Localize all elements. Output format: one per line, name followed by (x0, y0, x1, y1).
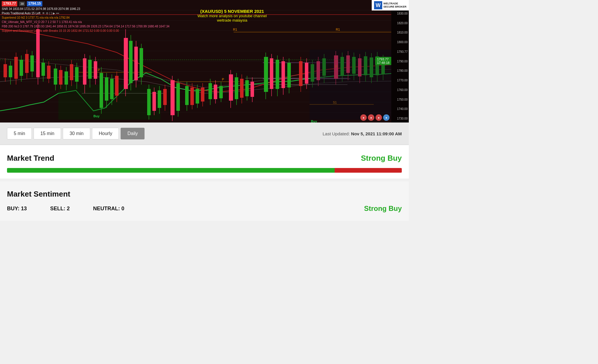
svg-rect-100 (229, 74, 233, 101)
trend-bar-green (7, 168, 335, 173)
cm-row: CM_Ultimate_MA_MTF_V2 D 20 7 1 2 50 7 1 … (2, 20, 407, 24)
svg-rect-92 (201, 88, 204, 102)
market-sentiment-section: Market Sentiment BUY: 13 SELL: 2 NEUTRAL… (0, 181, 409, 221)
snr-row: SNR 34 1833.84 1721.52 2074.98 1676.69 2… (2, 7, 407, 11)
svg-rect-56 (94, 61, 97, 79)
market-trend-title: Market Trend (7, 154, 54, 163)
tab-5min[interactable]: 5 min (7, 128, 32, 139)
price-badge-num: 38 (19, 1, 25, 6)
svg-rect-106 (245, 80, 249, 96)
svg-rect-40 (47, 66, 51, 79)
weltrade-logo-icon: W (374, 1, 382, 9)
chart-section: W WELTRADE SECURE BROKER (XAU/USD) 5 NOV… (0, 0, 409, 123)
svg-rect-76 (152, 92, 156, 111)
sentiment-buy: BUY: 13 (7, 206, 27, 212)
pivots-indicator: Pivots Traditional Auto 15 Left (2, 11, 40, 15)
svg-rect-104 (240, 79, 244, 98)
svg-rect-98 (219, 86, 223, 98)
svg-rect-88 (190, 88, 194, 105)
icon-btn-3[interactable]: ● (376, 114, 382, 121)
svg-rect-68 (129, 41, 133, 83)
svg-rect-66 (124, 38, 128, 89)
svg-text:P: P (222, 78, 224, 81)
svg-rect-82 (171, 80, 175, 115)
svg-rect-118 (287, 63, 291, 88)
svg-rect-48 (70, 64, 73, 80)
sentiment-title: Market Sentiment (7, 190, 402, 199)
weltrade-logo: W WELTRADE SECURE BROKER (372, 0, 409, 10)
svg-rect-70 (134, 47, 138, 80)
svg-rect-46 (65, 71, 68, 85)
svg-rect-114 (276, 60, 279, 89)
chart-indicators: 1793.77 38 1794.15 SNR 34 1833.84 1721.5… (0, 0, 409, 34)
sentiment-sell: SELL: 2 (50, 206, 70, 212)
price-row-top: 1793.77 38 1794.15 (2, 1, 407, 6)
pivots-row: Pivots Traditional Auto 15 Left 👁 ⚙ { } … (2, 11, 407, 15)
icon-btn-1[interactable]: ● (360, 114, 367, 121)
tab-30min[interactable]: 30 min (63, 128, 90, 139)
svg-rect-36 (36, 29, 40, 77)
svg-rect-54 (88, 60, 92, 79)
last-updated-value: Nov 5, 2021 11:09:00 AM (351, 131, 402, 136)
svg-text:P: P (98, 68, 100, 72)
current-price-badge-red: 1793.77 (2, 1, 17, 6)
svg-rect-64 (115, 76, 119, 96)
current-price-badge-blue: 1794.15 (27, 1, 42, 6)
chart-bottom-icons: ● ● ● ● (360, 114, 390, 121)
timeframe-tabs: 5 min 15 min 30 min Hourly Daily (7, 128, 145, 139)
svg-text:Buy: Buy (311, 120, 317, 123)
svg-rect-122 (305, 63, 308, 84)
svg-rect-94 (208, 83, 212, 99)
market-trend-section: Market Trend Strong Buy (0, 145, 409, 178)
svg-rect-86 (185, 86, 189, 105)
svg-rect-28 (14, 57, 18, 79)
svg-rect-108 (251, 82, 254, 97)
svg-rect-58 (100, 73, 103, 108)
svg-rect-110 (264, 57, 268, 92)
svg-rect-30 (20, 60, 23, 76)
svg-rect-34 (30, 55, 34, 71)
svg-rect-60 (105, 77, 108, 101)
cm-indicator: CM_Ultimate_MA_MTF_V2 D 20 7 1 2 50 7 1 … (2, 20, 82, 24)
sentiment-neutral: NEUTRAL: 0 (93, 206, 124, 212)
svg-rect-26 (9, 66, 12, 77)
sr-row: Support and Resistance Levels with Break… (2, 29, 407, 33)
chart-current-price: 1793.77 17:48:18 (375, 57, 391, 65)
fbb-indicator: FBB 200 hlc3 3 1787.79 1820.93 1841.44 1… (2, 24, 169, 28)
market-trend-header: Market Trend Strong Buy (7, 154, 402, 163)
svg-rect-80 (163, 89, 167, 105)
market-trend-signal: Strong Buy (361, 154, 402, 163)
svg-rect-38 (41, 63, 45, 76)
svg-rect-32 (25, 54, 29, 73)
svg-text:Buy: Buy (93, 114, 100, 118)
tab-15min[interactable]: 15 min (34, 128, 61, 139)
supertrend-indicator: Supertrend 10 hl2 3 1737.71 n/a n/a n/a … (2, 16, 69, 20)
svg-rect-42 (54, 69, 57, 85)
svg-rect-84 (176, 83, 180, 111)
icon-btn-4[interactable]: ● (383, 114, 390, 121)
tab-daily[interactable]: Daily (121, 128, 145, 139)
snr-indicator: SNR 34 1833.84 1721.52 2074.98 1676.69 2… (2, 7, 80, 11)
svg-rect-50 (75, 67, 79, 82)
svg-rect-78 (158, 90, 161, 108)
svg-rect-112 (270, 58, 273, 89)
svg-rect-90 (196, 89, 199, 104)
svg-rect-62 (110, 79, 114, 99)
price-scale: 1840.00 1830.00 1820.00 1810.00 1800.00 … (391, 0, 409, 123)
sentiment-row: BUY: 13 SELL: 2 NEUTRAL: 0 Strong Buy (7, 204, 402, 213)
svg-rect-120 (299, 61, 303, 86)
icon-btn-2[interactable]: ● (368, 114, 374, 121)
svg-rect-44 (59, 70, 62, 85)
tab-hourly[interactable]: Hourly (92, 128, 119, 139)
sr-indicator: Support and Resistance Levels with Break… (2, 29, 119, 33)
svg-rect-72 (140, 48, 143, 77)
svg-rect-96 (214, 85, 217, 99)
trend-bar-red (335, 168, 402, 173)
svg-rect-74 (147, 89, 151, 115)
last-updated-label: Last Updated: (323, 131, 350, 136)
last-updated: Last Updated: Nov 5, 2021 11:09:00 AM (323, 131, 402, 136)
svg-rect-102 (235, 77, 238, 99)
svg-rect-24 (4, 64, 7, 77)
sentiment-signal: Strong Buy (364, 204, 402, 213)
supertrend-row: Supertrend 10 hl2 3 1737.71 n/a n/a n/a … (2, 16, 407, 20)
